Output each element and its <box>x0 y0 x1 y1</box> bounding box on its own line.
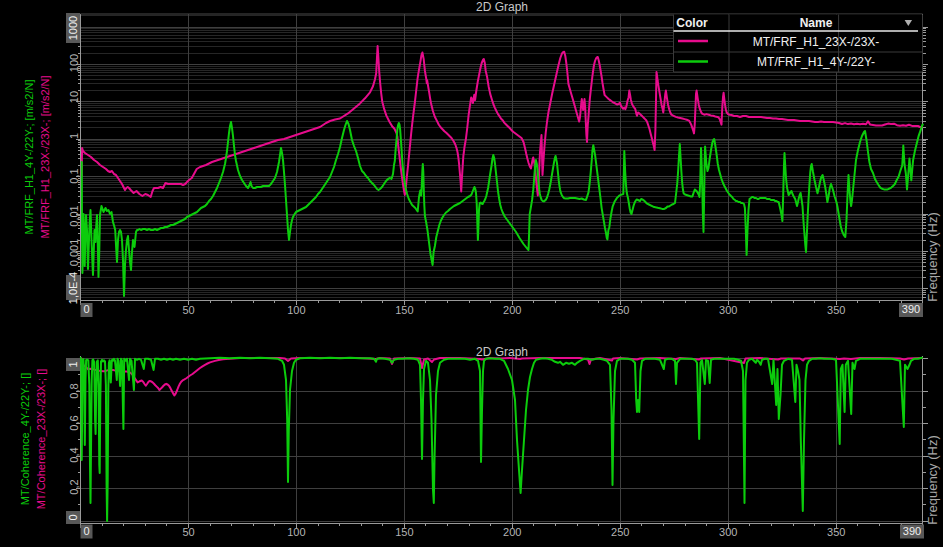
svg-text:50: 50 <box>182 526 194 538</box>
svg-text:0,001: 0,001 <box>68 239 80 267</box>
svg-text:2D Graph: 2D Graph <box>476 0 528 14</box>
svg-text:250: 250 <box>611 526 629 538</box>
svg-text:200: 200 <box>503 304 521 316</box>
svg-text:100: 100 <box>287 304 305 316</box>
svg-text:0: 0 <box>83 525 89 537</box>
svg-text:0,4: 0,4 <box>68 447 80 462</box>
svg-text:MT/FRF_H1_4Y-/22Y-: MT/FRF_H1_4Y-/22Y- <box>757 55 875 69</box>
svg-text:0: 0 <box>67 514 79 520</box>
svg-text:0,6: 0,6 <box>68 415 80 430</box>
svg-text:0,1: 0,1 <box>68 168 80 183</box>
svg-text:1: 1 <box>68 133 80 139</box>
svg-text:350: 350 <box>827 526 845 538</box>
svg-text:300: 300 <box>719 526 737 538</box>
svg-text:Name: Name <box>800 16 833 30</box>
svg-text:50: 50 <box>182 304 194 316</box>
svg-text:MT/Coherence_23X-/23X-; []: MT/Coherence_23X-/23X-; [] <box>35 369 47 510</box>
svg-text:100: 100 <box>68 54 80 72</box>
svg-text:150: 150 <box>395 304 413 316</box>
svg-text:1000: 1000 <box>67 16 79 40</box>
svg-text:Frequency (Hz): Frequency (Hz) <box>925 212 940 302</box>
svg-text:MT/FRF_H1_23X-/23X-; [m/s2/N]: MT/FRF_H1_23X-/23X-; [m/s2/N] <box>39 75 51 238</box>
svg-text:0,01: 0,01 <box>68 205 80 226</box>
svg-text:MT/FRF_H1_23X-/23X-: MT/FRF_H1_23X-/23X- <box>753 35 880 49</box>
svg-text:0,2: 0,2 <box>68 479 80 494</box>
svg-text:MT/Coherence_4Y-/22Y-; []: MT/Coherence_4Y-/22Y-; [] <box>19 373 31 505</box>
svg-text:300: 300 <box>719 304 737 316</box>
svg-text:390: 390 <box>903 525 921 537</box>
svg-text:1: 1 <box>67 361 79 367</box>
svg-text:250: 250 <box>611 304 629 316</box>
svg-text:200: 200 <box>503 526 521 538</box>
svg-text:0: 0 <box>83 303 89 315</box>
svg-text:390: 390 <box>902 303 920 315</box>
svg-text:0,8: 0,8 <box>68 383 80 398</box>
svg-text:150: 150 <box>395 526 413 538</box>
svg-text:Frequency (Hz): Frequency (Hz) <box>925 435 940 525</box>
svg-text:350: 350 <box>827 304 845 316</box>
svg-text:2D Graph: 2D Graph <box>476 345 528 359</box>
svg-text:1,0E-4: 1,0E-4 <box>67 272 79 304</box>
svg-text:Color: Color <box>676 16 708 30</box>
svg-text:10: 10 <box>68 91 80 103</box>
svg-text:100: 100 <box>287 526 305 538</box>
svg-text:MT/FRF_H1_4Y-/22Y-; [m/s2/N]: MT/FRF_H1_4Y-/22Y-; [m/s2/N] <box>23 79 35 234</box>
